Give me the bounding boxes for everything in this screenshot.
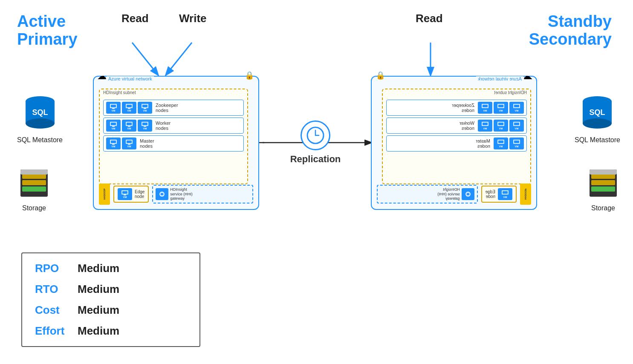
replication-area: Replication: [262, 115, 369, 170]
svg-rect-21: [591, 186, 615, 192]
svg-rect-62: [483, 123, 488, 125]
zookeeper-label-left: Zookeepernodes: [156, 103, 178, 113]
edge-node-left: VM Edgenode: [113, 186, 149, 203]
cost-value: Medium: [78, 304, 119, 317]
storage-right: Storage: [586, 166, 620, 212]
svg-rect-43: [112, 144, 115, 145]
vm-box: VM: [106, 102, 121, 114]
rpo-key: RPO: [35, 262, 78, 275]
master-row-right: MV MV Masternodes: [386, 135, 527, 152]
master-label-left: Masternodes: [140, 138, 154, 149]
hdinsight-subnet-left: HDInsight subnet VM VM VM: [99, 89, 248, 184]
vm-box: VM: [106, 120, 121, 132]
bottom-section-left: HADOOP VM Edgenode HDInsightservice (HHI…: [99, 183, 253, 205]
zookeeper-row-left: VM VM VM Zookeepernodes: [103, 100, 244, 116]
worker-label-right: Workernodes: [460, 120, 474, 131]
metrics-box: RPO Medium RTO Medium Cost Medium Effort…: [21, 252, 200, 347]
azure-vnet-right: Azure virtual network ☁ 🔒 HDInsight subn…: [371, 76, 537, 210]
sql-metastore-right: SQL SQL Metastore: [575, 94, 620, 144]
svg-rect-52: [514, 105, 519, 107]
svg-rect-34: [112, 126, 115, 127]
vm-box: VM: [138, 102, 152, 114]
svg-point-16: [583, 118, 612, 129]
svg-rect-12: [22, 186, 46, 192]
master-row-left: VM VM Masternodes: [103, 135, 244, 152]
azure-vnet-left-label: Azure virtual network: [107, 76, 154, 81]
main-container: Active Primary Standby Secondary Read Wr…: [0, 0, 633, 364]
svg-rect-60: [498, 123, 503, 125]
svg-rect-49: [124, 195, 126, 195]
service-gateway-label-left: HDInsightservice (HHI)gateway: [170, 187, 193, 201]
rto-key: RTO: [35, 283, 78, 296]
svg-rect-36: [127, 123, 132, 125]
hdinsight-subnet-right: HDInsight subnet MV MV MV: [382, 89, 531, 184]
lock-icon-right: 🔒: [376, 71, 385, 80]
read-label-left: Read: [121, 12, 149, 25]
svg-line-1: [166, 43, 192, 75]
vm-box: MV: [478, 120, 492, 132]
hdinsight-subnet-right-label: HDInsight subnet: [494, 90, 527, 95]
vm-edge-left: VM: [118, 188, 132, 200]
vm-box: MV: [478, 102, 492, 114]
cloud-icon-left: ☁: [97, 71, 107, 82]
cloud-icon-right: ☁: [523, 71, 533, 82]
gateway-icon-right: [462, 188, 474, 200]
effort-key: Effort: [35, 324, 78, 338]
vm-box: VM: [122, 138, 136, 149]
effort-row: Effort Medium: [35, 324, 187, 338]
svg-rect-22: [590, 169, 617, 175]
azure-vnet-right-label: Azure virtual network: [476, 76, 523, 81]
hadoop-icon-left: HADOOP: [99, 183, 110, 205]
svg-line-0: [132, 43, 158, 75]
svg-rect-64: [514, 140, 519, 143]
sql-metastore-left: SQL SQL Metastore: [17, 94, 63, 144]
svg-rect-68: [503, 191, 508, 194]
vm-box: VM: [106, 138, 121, 149]
svg-rect-20: [591, 180, 615, 185]
vm-box: MV: [509, 120, 524, 132]
master-label-right: Masternodes: [476, 138, 490, 149]
vm-edge-right: MV: [498, 188, 512, 200]
vm-box: MV: [509, 102, 524, 114]
worker-row-right: MV MV MV Workernodes: [386, 118, 527, 134]
svg-rect-42: [111, 140, 116, 143]
hadoop-icon-right: HADOOP: [520, 183, 531, 205]
svg-rect-45: [127, 140, 132, 143]
vm-box: VM: [122, 120, 136, 132]
vm-box: VM: [138, 120, 152, 132]
svg-rect-37: [128, 126, 130, 127]
svg-rect-66: [498, 140, 503, 143]
svg-rect-13: [20, 169, 48, 175]
azure-vnet-left: Azure virtual network ☁ 🔒 HDInsight subn…: [93, 76, 259, 210]
svg-rect-40: [144, 126, 146, 127]
svg-rect-39: [142, 123, 147, 125]
effort-value: Medium: [78, 324, 119, 338]
service-gateway-left: HDInsightservice (HHI)gateway: [152, 185, 253, 203]
svg-text:SQL: SQL: [32, 108, 48, 117]
svg-rect-27: [127, 105, 132, 107]
vm-box: MV: [494, 138, 508, 149]
svg-rect-46: [128, 144, 130, 145]
svg-rect-24: [111, 105, 116, 107]
svg-rect-33: [111, 123, 116, 125]
rto-value: Medium: [78, 283, 119, 296]
rto-row: RTO Medium: [35, 283, 187, 296]
service-gateway-right: HDInsightservice (HHI)gateway: [377, 185, 478, 203]
svg-rect-56: [483, 105, 488, 107]
rpo-row: RPO Medium: [35, 262, 187, 275]
svg-rect-54: [498, 105, 503, 107]
svg-rect-28: [128, 108, 130, 109]
edge-node-right: MV Edgenode: [481, 186, 517, 203]
vm-box: MV: [509, 138, 524, 149]
svg-point-7: [26, 118, 55, 129]
standby-secondary-label: Standby Secondary: [529, 13, 612, 49]
cost-row: Cost Medium: [35, 304, 187, 317]
svg-rect-48: [122, 191, 127, 194]
zookeeper-label-right: Zookeepernodes: [452, 103, 474, 113]
svg-rect-58: [514, 123, 519, 125]
storage-left: Storage: [17, 166, 51, 212]
bottom-section-right: HADOOP MV Edgenode HDInsightservice (HHI…: [377, 183, 531, 205]
svg-rect-25: [112, 108, 115, 109]
svg-rect-30: [142, 105, 147, 107]
gateway-icon-left: [156, 188, 168, 200]
